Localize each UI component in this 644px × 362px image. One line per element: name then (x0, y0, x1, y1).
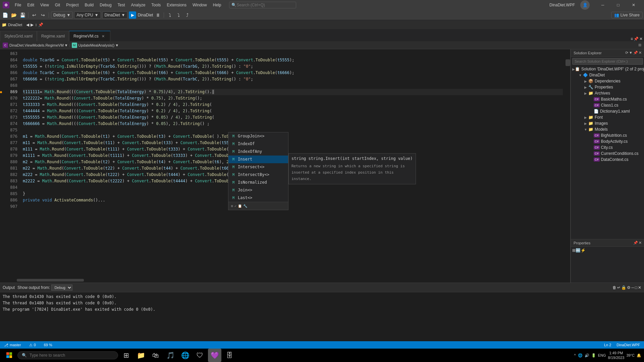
ac-item-indexofany[interactable]: M IndexOfAny (228, 148, 288, 156)
taskbar-vs-icon[interactable]: 💜 (208, 349, 221, 362)
prop-events[interactable]: ⚡ (581, 248, 586, 253)
prop-close-btn[interactable]: ✕ (639, 241, 642, 245)
tree-item-bignutrition[interactable]: C# BigNutrition.cs (571, 132, 644, 138)
start-button[interactable] (3, 349, 16, 362)
ac-item-join[interactable]: M Join<> (228, 186, 288, 194)
taskbar-file-explorer[interactable]: 📁 (134, 349, 148, 362)
prop-sort-alpha[interactable]: 🔤 (576, 248, 581, 253)
tree-item-archives[interactable]: ▶ 📁 Archives (571, 90, 644, 96)
status-errors[interactable]: ⚠ 0 (28, 343, 37, 347)
toolbar-debug-step-out[interactable]: ⤴ (183, 11, 191, 19)
tab-stylesgrid[interactable]: StylesGrid.xaml (0, 31, 37, 41)
tab-regime[interactable]: Regime.xaml (37, 31, 69, 41)
editor-hscroll[interactable] (0, 278, 570, 283)
menu-extensions[interactable]: Extensions (164, 2, 189, 8)
status-zoom[interactable]: 69 % (43, 343, 54, 347)
toolbar-redo[interactable]: ↪ (39, 11, 47, 19)
taskbar-ms-store[interactable]: 🛍 (149, 349, 162, 362)
time-display[interactable]: 1:49 PM 8/19/2023 (608, 351, 624, 360)
tab-list-button[interactable]: ≡ (631, 37, 633, 41)
prop-pin-btn[interactable]: 📌 (633, 241, 638, 245)
editor-vscroll[interactable] (566, 49, 570, 278)
output-clear-btn[interactable]: 🗑 (612, 285, 616, 290)
output-settings-btn[interactable]: ⚙ (627, 285, 631, 290)
se-search-input[interactable] (572, 58, 643, 65)
se-pin-btn[interactable]: 📌 (633, 51, 638, 55)
output-maximize-btn[interactable]: □ (635, 285, 637, 290)
user-avatar[interactable]: 👤 (580, 0, 590, 10)
tray-battery[interactable]: 🔋 (591, 353, 596, 358)
menu-view[interactable]: View (38, 2, 52, 8)
tree-item-images[interactable]: ▶ 📁 Images (571, 120, 644, 126)
close-button[interactable]: ✕ (626, 0, 641, 10)
ac-item-last[interactable]: M Last<> (228, 194, 288, 202)
ac-item-insert[interactable]: M Insert (228, 156, 288, 163)
t2-btn1[interactable]: ◀ (26, 22, 29, 27)
tree-item-basicmaths[interactable]: C# BasicMaths.cs (571, 96, 644, 102)
maximize-button[interactable]: □ (610, 0, 626, 10)
status-git[interactable]: ⎇ master (3, 343, 22, 347)
tree-item-models[interactable]: ▼ 📁 Models (571, 126, 644, 132)
menu-git[interactable]: Git (52, 2, 63, 8)
class-dropdown[interactable]: DinaDiet.ViewModels.RegimeVM ▼ (9, 43, 68, 47)
tab-close-all[interactable]: ✕ (639, 37, 643, 41)
taskbar-search-input[interactable] (30, 353, 103, 358)
tree-item-solution[interactable]: ▶ 📋 Solution 'DinaDiet.WPF' (2 of 2 proj… (571, 66, 644, 72)
menu-project[interactable]: Project (63, 2, 81, 8)
taskbar-search-bar[interactable]: 🔍 (17, 351, 118, 359)
t2-btn3[interactable]: ↕ (35, 22, 37, 27)
tree-item-currentconditions[interactable]: C# CurrentConditions.cs (571, 150, 644, 157)
method-icon[interactable]: M (72, 43, 77, 48)
minimize-button[interactable]: ─ (595, 0, 610, 10)
hscroll-thumb[interactable] (17, 279, 84, 282)
tree-item-bodyactivity[interactable]: C# BodyActivity.cs (571, 138, 644, 144)
code-editor[interactable]: double TcarbG = Convert.ToDouble(t5) + C… (20, 49, 566, 278)
menu-test[interactable]: Test (115, 2, 128, 8)
config-dropdown[interactable]: Debug ▼ (51, 11, 73, 19)
output-minimize-btn[interactable]: ─ (631, 285, 634, 290)
method-dropdown[interactable]: UpdateMealAnalysis() ▼ (78, 43, 119, 47)
tray-network[interactable]: 🌐 (578, 353, 583, 358)
ac-item-isnormalized[interactable]: M IsNormalized (228, 179, 288, 186)
taskbar-shield[interactable]: 🛡 (193, 349, 207, 362)
ac-item-indexof[interactable]: M IndexOf (228, 140, 288, 148)
menu-file[interactable]: File (12, 2, 24, 8)
output-wrap-btn[interactable]: ↵ (617, 285, 621, 290)
pause-button[interactable]: ⏸ (154, 11, 162, 19)
output-close-btn[interactable]: ✕ (638, 285, 641, 290)
vscroll-thumb[interactable] (566, 59, 570, 66)
taskbar-music[interactable]: 🎵 (164, 349, 177, 362)
project-dropdown[interactable]: DinaDiet ▼ (102, 11, 128, 19)
taskbar-edge[interactable]: 🌐 (178, 349, 192, 362)
tree-item-font[interactable]: ▶ 📁 Font (571, 114, 644, 120)
status-line[interactable]: Ln 2 (603, 343, 612, 347)
toolbar-debug-step-into[interactable]: ⤵ (175, 11, 182, 19)
tree-item-properties[interactable]: ▶ 🔧 Properties (571, 84, 644, 90)
ac-item-intersect[interactable]: M Intersect<> (228, 163, 288, 171)
toolbar-undo[interactable]: ↩ (31, 11, 38, 19)
se-sync-btn[interactable]: ⟳ (625, 51, 628, 55)
menu-tools[interactable]: Tools (149, 2, 163, 8)
tab-pin-button[interactable]: 📌 (634, 37, 639, 41)
t2-btn4[interactable]: 📌 (38, 22, 43, 27)
dinediet-breadcrumb[interactable]: DinaDiet (8, 23, 22, 27)
solution-explorer-toggle[interactable]: 📁 (1, 22, 7, 27)
menu-edit[interactable]: Edit (24, 2, 37, 8)
status-project[interactable]: DinaDiet.WPF (615, 343, 641, 347)
se-filter-btn[interactable]: ▼ (629, 51, 633, 55)
menu-debug[interactable]: Debug (97, 2, 114, 8)
tree-item-city[interactable]: C# City.cs (571, 144, 644, 150)
run-button[interactable]: ▶ (129, 11, 136, 19)
tray-language[interactable]: ENG (598, 353, 606, 357)
tree-item-dictionary[interactable]: 📄 Dictionary1.xaml (571, 108, 644, 114)
tab-regimevm[interactable]: RegimeVM.cs ✕ (69, 31, 110, 41)
toolbar-new[interactable]: 📄 (1, 11, 9, 19)
prop-sort-cat[interactable]: ⊞ (572, 248, 576, 253)
tab-regimevm-close[interactable]: ✕ (101, 34, 106, 39)
se-close-btn[interactable]: ✕ (639, 51, 642, 55)
split-editor-btn[interactable]: ⊞ (638, 43, 641, 47)
menu-window[interactable]: Window (190, 2, 210, 8)
tree-item-class1[interactable]: C# Class1.cs (571, 102, 644, 108)
title-search-box[interactable]: 🔍 (229, 2, 296, 8)
menu-help[interactable]: Help (210, 2, 224, 8)
